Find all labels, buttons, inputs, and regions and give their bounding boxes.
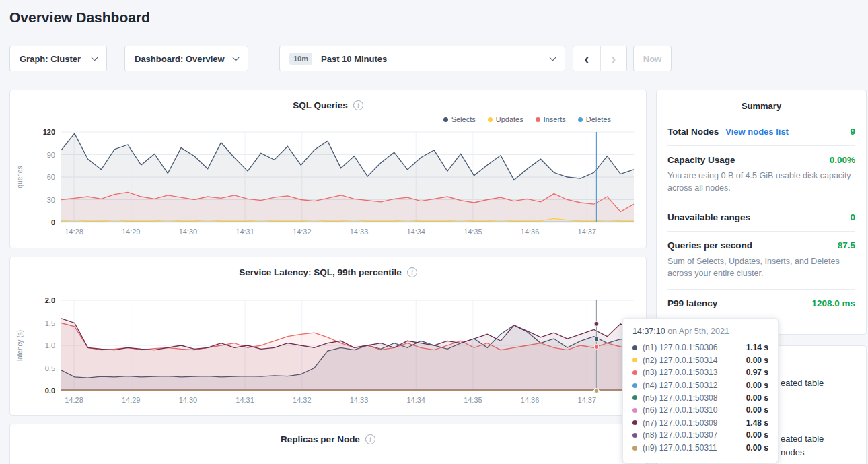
capacity-usage-value: 0.00% xyxy=(830,155,855,165)
time-range-dropdown[interactable]: 10m Past 10 Minutes xyxy=(279,46,565,71)
tooltip-node-value: 0.00 s xyxy=(746,393,768,403)
info-icon[interactable] xyxy=(353,100,363,110)
tooltip-node-value: 0.97 s xyxy=(746,368,768,377)
unavailable-ranges-value: 0 xyxy=(850,212,855,222)
next-time-button[interactable]: › xyxy=(600,46,627,71)
svg-text:1.5: 1.5 xyxy=(45,319,55,327)
sql-queries-panel: SQL Queries SelectsUpdatesInsertsDeletes… xyxy=(9,90,647,248)
dashboard-dropdown[interactable]: Dashboard: Overview xyxy=(124,46,248,71)
tooltip-node-value: 0.00 s xyxy=(746,380,768,390)
legend-item[interactable]: Updates xyxy=(488,115,523,123)
event-text-fragment: nodes xyxy=(781,447,804,457)
svg-text:14:31: 14:31 xyxy=(236,228,254,236)
capacity-usage-description: You are using 0 B of 4.5 GiB usable disk… xyxy=(667,170,855,194)
page-title: Overview Dashboard xyxy=(9,9,150,26)
series-dot-icon xyxy=(632,395,637,400)
svg-text:14:30: 14:30 xyxy=(179,396,198,404)
info-icon[interactable] xyxy=(365,434,375,444)
total-nodes-row: Total Nodes View nodes list 9 xyxy=(667,118,855,146)
time-range-badge: 10m xyxy=(289,53,312,65)
series-dot-icon xyxy=(632,358,637,362)
tooltip-row: (n9) 127.0.0.1:503110.00 s xyxy=(632,442,768,455)
time-step-buttons: ‹ › xyxy=(573,46,627,71)
now-button[interactable]: Now xyxy=(633,46,672,71)
svg-text:14:28: 14:28 xyxy=(65,396,83,404)
svg-text:14:37: 14:37 xyxy=(578,396,597,404)
svg-text:14:28: 14:28 xyxy=(65,228,83,236)
queries-per-second-row: Queries per second 87.5 Sum of Selects, … xyxy=(667,232,855,289)
queries-per-second-value: 87.5 xyxy=(838,240,855,251)
series-dot-icon xyxy=(632,370,637,375)
tooltip-timestamp: 14:37:10 on Apr 5th, 2021 xyxy=(632,327,768,336)
series-dot-icon xyxy=(632,345,637,350)
tooltip-node-value: 0.00 s xyxy=(746,356,768,365)
overview-dashboard-page: Overview Dashboard Graph: Cluster Dashbo… xyxy=(0,0,868,464)
tooltip-node-value: 1.14 s xyxy=(746,343,768,352)
tooltip-node-label: (n3) 127.0.0.1:50313 xyxy=(643,368,717,377)
info-icon[interactable] xyxy=(407,267,417,277)
svg-text:14:36: 14:36 xyxy=(521,228,540,236)
svg-text:0.5: 0.5 xyxy=(45,364,55,372)
tooltip-node-label: (n4) 127.0.0.1:50312 xyxy=(643,380,717,390)
replicas-per-node-panel: Replicas per Node xyxy=(9,424,647,464)
tooltip-row: (n5) 127.0.0.1:503080.00 s xyxy=(632,391,768,404)
tooltip-node-label: (n5) 127.0.0.1:50308 xyxy=(643,393,717,403)
tooltip-date: on Apr 5th, 2021 xyxy=(667,327,729,336)
legend-item[interactable]: Deletes xyxy=(578,115,611,123)
series-dot-icon xyxy=(632,433,637,438)
service-latency-chart[interactable]: 14:2814:2914:3014:3114:3214:3314:3414:35… xyxy=(14,295,642,409)
svg-text:60: 60 xyxy=(47,173,55,181)
unavailable-ranges-row: Unavailable ranges 0 xyxy=(667,203,855,232)
total-nodes-label: Total Nodes xyxy=(667,127,719,137)
summary-panel: Summary Total Nodes View nodes list 9 Ca… xyxy=(656,90,867,335)
svg-text:0: 0 xyxy=(51,218,55,226)
sql-queries-chart[interactable]: 14:2814:2914:3014:3114:3214:3314:3414:35… xyxy=(14,127,642,241)
legend-label: Deletes xyxy=(586,115,611,123)
svg-text:14:32: 14:32 xyxy=(293,228,312,236)
legend-dot-icon xyxy=(443,117,448,122)
queries-per-second-description: Sum of Selects, Updates, Inserts, and De… xyxy=(667,255,855,279)
tooltip-row: (n1) 127.0.0.1:503061.14 s xyxy=(632,341,768,354)
tooltip-node-value: 1.48 s xyxy=(746,418,768,428)
tooltip-row: (n8) 127.0.0.1:503070.00 s xyxy=(632,429,768,442)
chevron-down-icon xyxy=(233,54,240,61)
series-dot-icon xyxy=(632,383,637,388)
chart-tooltip: 14:37:10 on Apr 5th, 2021 (n1) 127.0.0.1… xyxy=(622,318,779,463)
tooltip-row: (n6) 127.0.0.1:503100.00 s xyxy=(632,404,768,417)
graph-dropdown[interactable]: Graph: Cluster xyxy=(9,46,107,71)
sql-legend: SelectsUpdatesInsertsDeletes xyxy=(10,113,646,125)
svg-text:14:29: 14:29 xyxy=(122,396,141,404)
chevron-down-icon xyxy=(92,54,98,61)
legend-item[interactable]: Inserts xyxy=(536,115,566,123)
sql-queries-title: SQL Queries xyxy=(293,100,348,110)
tooltip-row: (n7) 127.0.0.1:503091.48 s xyxy=(632,417,768,430)
legend-label: Updates xyxy=(496,115,523,123)
svg-text:14:34: 14:34 xyxy=(406,396,425,404)
svg-text:14:31: 14:31 xyxy=(236,396,254,404)
view-nodes-list-link[interactable]: View nodes list xyxy=(725,127,789,137)
previous-time-button[interactable]: ‹ xyxy=(573,46,600,71)
svg-text:latency (s): latency (s) xyxy=(16,330,24,361)
svg-text:30: 30 xyxy=(47,196,55,204)
tooltip-node-value: 0.00 s xyxy=(746,443,768,453)
svg-text:14:35: 14:35 xyxy=(464,228,482,236)
legend-item[interactable]: Selects xyxy=(443,115,476,123)
summary-title: Summary xyxy=(667,90,855,118)
chevron-down-icon xyxy=(550,54,556,61)
svg-text:14:33: 14:33 xyxy=(350,396,369,404)
p99-latency-label: P99 latency xyxy=(667,298,717,308)
legend-label: Selects xyxy=(451,115,476,123)
p99-latency-row: P99 latency 1208.0 ms xyxy=(667,290,855,317)
charts-column: SQL Queries SelectsUpdatesInsertsDeletes… xyxy=(9,90,647,464)
capacity-usage-row: Capacity Usage 0.00% You are using 0 B o… xyxy=(667,146,855,203)
event-text-fragment: eated table xyxy=(781,434,824,444)
replicas-per-node-title: Replicas per Node xyxy=(281,434,360,444)
graph-dropdown-label: Graph: Cluster xyxy=(20,54,81,64)
tooltip-node-value: 0.00 s xyxy=(746,405,768,415)
tooltip-row: (n4) 127.0.0.1:503120.00 s xyxy=(632,379,768,392)
svg-text:1.0: 1.0 xyxy=(45,341,55,350)
tooltip-node-label: (n7) 127.0.0.1:50309 xyxy=(643,418,717,428)
tooltip-node-label: (n8) 127.0.0.1:50307 xyxy=(643,430,717,440)
service-latency-panel: Service Latency: SQL, 99th percentile 14… xyxy=(9,257,647,416)
svg-text:14:34: 14:34 xyxy=(406,228,425,236)
